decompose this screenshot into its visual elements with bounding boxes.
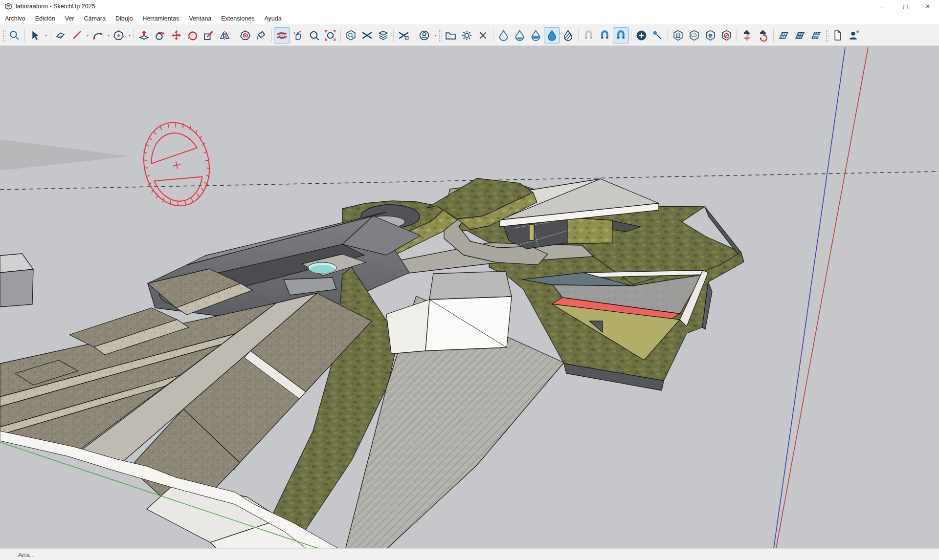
tool-cloud-rotate-icon[interactable] xyxy=(755,27,771,43)
tool-user-dropdown-icon[interactable]: ▾ xyxy=(434,33,436,38)
tool-shapes-icon[interactable]: ▾ xyxy=(111,27,127,43)
tool-cloud-move-icon[interactable] xyxy=(739,27,755,43)
toolbar-separator xyxy=(340,29,341,42)
tool-select-dropdown-icon[interactable]: ▾ xyxy=(45,33,47,38)
tool-magnet-disabled-icon[interactable] xyxy=(581,27,597,43)
tool-move-icon[interactable] xyxy=(168,27,184,43)
tool-offset-icon[interactable] xyxy=(237,27,253,43)
tool-drop-hatched-icon[interactable] xyxy=(560,27,576,43)
window-title: laboraatorio - SketchUp 2025 xyxy=(16,3,95,10)
toolbar: ▾▾▾▾▾ xyxy=(0,25,939,46)
toolbar-separator xyxy=(235,29,235,42)
pool-water xyxy=(310,265,335,274)
tool-line-icon[interactable]: ▾ xyxy=(68,27,85,43)
status-bar: Arra... xyxy=(0,548,939,560)
menu-herramientas[interactable]: Herramientas xyxy=(137,14,184,23)
close-icon[interactable]: ✕ xyxy=(917,0,939,13)
tool-paint-icon[interactable] xyxy=(253,27,269,43)
menu-ventana[interactable]: Ventana xyxy=(184,14,216,23)
tool-box-square-icon[interactable] xyxy=(670,27,686,43)
toolbar-separator xyxy=(414,29,414,42)
tool-folder-icon[interactable] xyxy=(443,27,459,43)
tool-orbit-icon[interactable] xyxy=(274,27,290,43)
menu-dibujo[interactable]: Dibujo xyxy=(111,14,137,23)
tool-magnet-alt-icon[interactable] xyxy=(613,27,629,43)
minimize-icon[interactable]: – xyxy=(872,0,894,13)
tool-drop-twothird-icon[interactable] xyxy=(528,27,544,43)
box-roof xyxy=(429,271,512,300)
tool-box-slash-icon[interactable] xyxy=(718,27,735,43)
tool-select-icon[interactable]: ▾ xyxy=(27,27,43,43)
maximize-icon[interactable]: ▢ xyxy=(894,0,917,13)
tool-circle-plus-icon[interactable] xyxy=(633,27,649,43)
tool-pushpull-icon[interactable] xyxy=(136,27,152,43)
tool-user-icon[interactable]: ▾ xyxy=(416,27,432,43)
tool-drop-empty-icon[interactable] xyxy=(495,27,512,43)
tool-sandbox-b-icon[interactable] xyxy=(396,27,412,43)
menu-extensiones[interactable]: Extensiones xyxy=(216,14,259,23)
status-message: Arra... xyxy=(18,552,35,559)
tool-mesh-contours-icon[interactable] xyxy=(776,27,792,43)
toolbar-separator xyxy=(24,29,25,42)
toolbar-separator xyxy=(50,29,50,42)
tool-rotate-icon[interactable] xyxy=(184,27,201,43)
tool-person-add-icon[interactable] xyxy=(846,27,862,43)
viewport-canvas[interactable] xyxy=(0,46,939,548)
tool-arc-dropdown-icon[interactable]: ▾ xyxy=(108,33,110,38)
toolbar-separator xyxy=(493,29,493,42)
tool-zoom-extents-icon[interactable] xyxy=(322,27,338,43)
toolbar-separator xyxy=(271,29,272,42)
tool-arc-icon[interactable]: ▾ xyxy=(89,27,106,43)
toolbar-separator xyxy=(737,29,737,42)
pavilion-post xyxy=(529,224,534,240)
menu-ayuda[interactable]: Ayuda xyxy=(259,14,286,23)
tool-flip-icon[interactable] xyxy=(217,27,233,43)
tool-layers-icon[interactable] xyxy=(375,27,391,43)
menu-ver[interactable]: Ver xyxy=(60,14,79,23)
tool-mesh-smoove-icon[interactable] xyxy=(808,27,824,43)
tool-followme-icon[interactable] xyxy=(152,27,168,43)
pavilion-moss-wall xyxy=(567,217,613,244)
tool-sandbox-a-icon[interactable] xyxy=(359,27,375,43)
toolbar-separator xyxy=(631,29,631,42)
toolbar-separator xyxy=(668,29,668,42)
tool-inspect-icon[interactable] xyxy=(343,27,359,43)
tool-drop-full-icon[interactable] xyxy=(544,27,560,43)
toolbar-separator xyxy=(134,29,134,42)
toolbar-separator xyxy=(393,29,394,42)
tool-gear-icon[interactable] xyxy=(459,27,475,43)
tool-search-icon[interactable] xyxy=(6,27,22,43)
toolbar-grip[interactable] xyxy=(2,29,5,42)
menu-archivo[interactable]: Archivo xyxy=(0,14,30,23)
menu-camara[interactable]: Cámara xyxy=(79,14,110,23)
toolbar-separator xyxy=(578,29,579,42)
tool-pan-icon[interactable] xyxy=(290,27,306,43)
menu-edicion[interactable]: Edición xyxy=(30,14,60,23)
toolbar-grip[interactable] xyxy=(438,29,442,42)
status-grip xyxy=(9,551,11,559)
tool-line-dropdown-icon[interactable]: ▾ xyxy=(87,33,89,38)
toolbar-separator xyxy=(773,29,774,42)
tool-mesh-scratch-icon[interactable] xyxy=(792,27,808,43)
tool-box-sphere-icon[interactable] xyxy=(702,27,718,43)
sketchup-logo-icon xyxy=(4,2,12,10)
tool-box-cloud-icon[interactable] xyxy=(686,27,702,43)
tool-eraser-icon[interactable] xyxy=(52,27,68,43)
tool-shapes-dropdown-icon[interactable]: ▾ xyxy=(129,33,131,38)
tool-zoom-icon[interactable] xyxy=(306,27,322,43)
title-bar: laboraatorio - SketchUp 2025 – ▢ ✕ xyxy=(0,0,939,13)
toolbar-grip[interactable] xyxy=(825,29,828,42)
tool-drop-third-icon[interactable] xyxy=(512,27,528,43)
menu-bar: ArchivoEdiciónVerCámaraDibujoHerramienta… xyxy=(0,13,939,25)
tool-magnet-icon[interactable] xyxy=(597,27,613,43)
tool-scale-icon[interactable] xyxy=(201,27,217,43)
tool-close-x-icon[interactable] xyxy=(475,27,491,43)
tool-new-document-icon[interactable] xyxy=(829,27,846,43)
model-scene xyxy=(0,46,939,548)
tool-line-dot-icon[interactable] xyxy=(649,27,666,43)
